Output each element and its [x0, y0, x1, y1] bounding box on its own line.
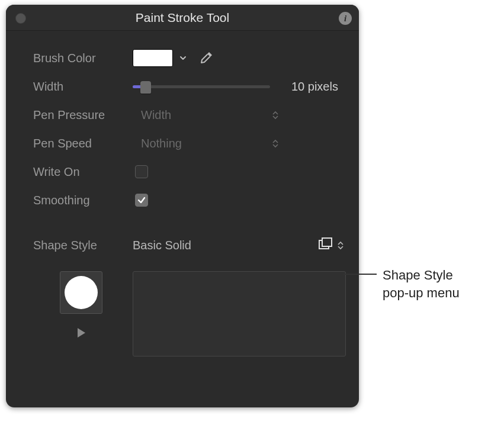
row-pen-speed: Pen Speed Nothing	[33, 129, 348, 158]
close-window-button[interactable]	[15, 13, 26, 24]
pen-pressure-select[interactable]: Width	[133, 105, 284, 125]
preset-library-icon	[319, 237, 333, 253]
window-title: Paint Stroke Tool	[136, 11, 229, 25]
slider-track	[133, 85, 270, 88]
width-slider[interactable]	[133, 79, 270, 94]
swatch-column	[33, 271, 133, 342]
label-write-on: Write On	[33, 165, 133, 179]
write-on-checkbox[interactable]	[135, 165, 148, 178]
color-popup-chevron-icon[interactable]	[179, 54, 187, 62]
circle-icon	[65, 276, 98, 309]
eyedropper-icon[interactable]	[198, 50, 214, 66]
svg-rect-1	[322, 238, 332, 246]
brush-color-well[interactable]	[133, 49, 173, 67]
label-pen-speed: Pen Speed	[33, 137, 133, 150]
callout-line	[344, 274, 377, 275]
slider-thumb[interactable]	[140, 81, 151, 94]
smoothing-checkbox[interactable]	[135, 194, 148, 207]
pen-speed-select[interactable]: Nothing	[133, 133, 284, 153]
label-brush-color: Brush Color	[33, 52, 133, 65]
row-shape-style: Shape Style Basic Solid	[33, 231, 348, 259]
callout-text: Shape Style pop-up menu	[383, 266, 460, 301]
row-width: Width 10 pixels	[33, 72, 348, 101]
row-brush-color: Brush Color	[33, 44, 348, 72]
annotation-callout: Shape Style pop-up menu	[344, 266, 460, 301]
label-width: Width	[33, 80, 133, 94]
row-pen-pressure: Pen Pressure Width	[33, 101, 348, 129]
titlebar: Paint Stroke Tool i	[6, 5, 359, 31]
inspector-body: Brush Color Width 10 pixels Pen Pre	[6, 31, 359, 367]
brush-swatch[interactable]	[60, 271, 102, 314]
label-smoothing: Smoothing	[33, 194, 133, 207]
width-value[interactable]: 10 pixels	[291, 80, 338, 94]
stroke-preview-area	[133, 271, 346, 356]
label-pen-pressure: Pen Pressure	[33, 108, 133, 122]
stepper-icon	[272, 111, 278, 120]
stepper-icon	[338, 241, 344, 250]
row-smoothing: Smoothing	[33, 186, 348, 214]
info-icon[interactable]: i	[339, 12, 352, 25]
shape-style-value: Basic Solid	[133, 239, 191, 252]
preview-row	[33, 271, 348, 356]
shape-style-popup[interactable]	[319, 237, 344, 253]
row-write-on: Write On	[33, 158, 348, 186]
pen-speed-value: Nothing	[141, 137, 182, 150]
check-icon	[137, 195, 146, 205]
label-shape-style: Shape Style	[33, 239, 133, 252]
inspector-panel: Paint Stroke Tool i Brush Color Width	[6, 5, 359, 407]
play-icon[interactable]	[75, 327, 87, 342]
stepper-icon	[272, 139, 278, 148]
pen-pressure-value: Width	[141, 108, 171, 122]
